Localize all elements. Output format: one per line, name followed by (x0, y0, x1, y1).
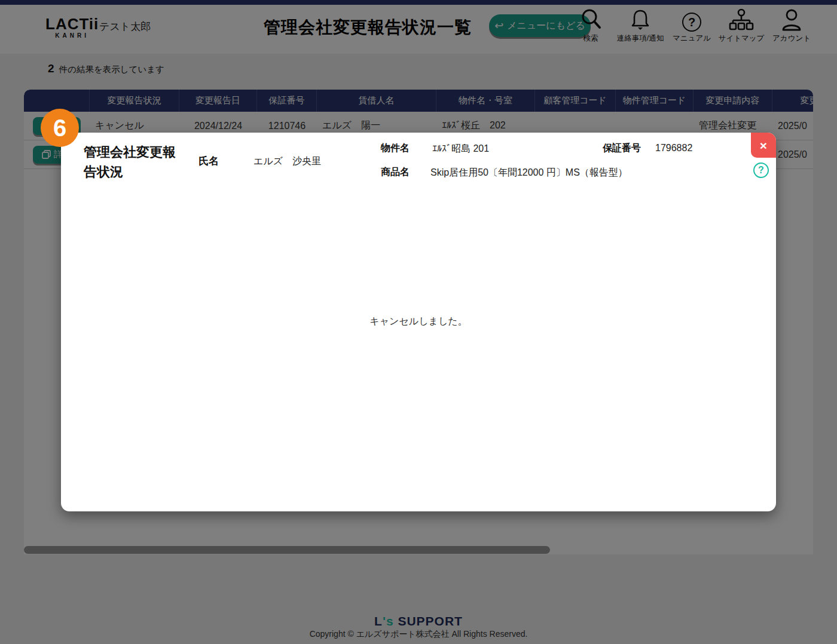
product-name-value: Skip居住用50〔年間12000 円〕MS（報告型） (430, 167, 628, 179)
guarantee-no-label: 保証番号 (603, 142, 641, 155)
step-number-badge: 6 (41, 109, 79, 147)
property-name-value: ｴﾙｽﾞ昭島 201 (432, 143, 489, 155)
name-value: エルズ 沙央里 (253, 155, 321, 168)
modal-title: 管理会社変更報告状況 (84, 142, 179, 182)
modal-close-button[interactable]: × (751, 133, 776, 158)
report-status-modal: 管理会社変更報告状況 氏名 エルズ 沙央里 物件名 ｴﾙｽﾞ昭島 201 保証番… (61, 133, 776, 511)
name-label: 氏名 (198, 154, 219, 168)
product-name-label: 商品名 (381, 166, 410, 179)
property-name-label: 物件名 (381, 142, 410, 155)
guarantee-no-value: 1796882 (655, 143, 692, 154)
modal-help-icon[interactable]: ? (753, 162, 769, 178)
cancel-result-message: キャンセルしました。 (61, 315, 776, 328)
